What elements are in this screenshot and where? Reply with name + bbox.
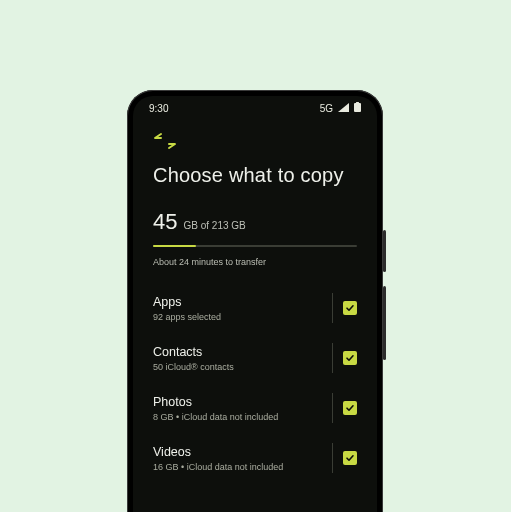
list-item-title: Contacts <box>153 345 234 359</box>
storage-progress-fill <box>153 245 196 247</box>
list-item[interactable]: Videos16 GB • iCloud data not included <box>153 433 357 483</box>
hw-button-bottom <box>383 286 386 360</box>
list-item-title: Photos <box>153 395 278 409</box>
phone-frame: 9:30 5G Choose what to copy 45 <box>127 90 383 512</box>
status-right: 5G <box>320 102 361 114</box>
list-item-title: Apps <box>153 295 221 309</box>
svg-rect-1 <box>356 102 359 104</box>
list-item-subtitle: 8 GB • iCloud data not included <box>153 412 278 422</box>
vertical-divider <box>332 393 333 423</box>
checkbox[interactable] <box>343 401 357 415</box>
storage-used-number: 45 <box>153 209 177 235</box>
storage-progress-track <box>153 245 357 247</box>
content: Choose what to copy 45 GB of 213 GB Abou… <box>133 120 377 483</box>
list-item-right <box>332 293 357 323</box>
list-item-right <box>332 343 357 373</box>
list-item[interactable]: Apps92 apps selected <box>153 283 357 333</box>
list-item-title: Videos <box>153 445 283 459</box>
storage-summary: 45 GB of 213 GB <box>153 209 357 235</box>
list-item[interactable]: Photos8 GB • iCloud data not included <box>153 383 357 433</box>
storage-total-label: GB of 213 GB <box>183 220 245 231</box>
checkbox[interactable] <box>343 351 357 365</box>
list-item[interactable]: Contacts50 iCloud® contacts <box>153 333 357 383</box>
list-item-right <box>332 443 357 473</box>
list-item-text: Videos16 GB • iCloud data not included <box>153 445 283 472</box>
signal-icon <box>338 103 349 114</box>
list-item-text: Apps92 apps selected <box>153 295 221 322</box>
page-title: Choose what to copy <box>153 164 357 187</box>
vertical-divider <box>332 343 333 373</box>
list-item-subtitle: 16 GB • iCloud data not included <box>153 462 283 472</box>
checkbox[interactable] <box>343 301 357 315</box>
list-item-text: Photos8 GB • iCloud data not included <box>153 395 278 422</box>
list-item-subtitle: 50 iCloud® contacts <box>153 362 234 372</box>
copy-item-list: Apps92 apps selectedContacts50 iCloud® c… <box>153 283 357 483</box>
vertical-divider <box>332 293 333 323</box>
screen: 9:30 5G Choose what to copy 45 <box>133 96 377 512</box>
vertical-divider <box>332 443 333 473</box>
list-item-text: Contacts50 iCloud® contacts <box>153 345 234 372</box>
list-item-right <box>332 393 357 423</box>
status-network-label: 5G <box>320 103 333 114</box>
svg-rect-0 <box>354 103 361 112</box>
status-bar: 9:30 5G <box>133 96 377 120</box>
battery-icon <box>354 102 361 114</box>
checkbox[interactable] <box>343 451 357 465</box>
status-time: 9:30 <box>149 103 168 114</box>
transfer-arrows-icon <box>153 132 357 150</box>
list-item-subtitle: 92 apps selected <box>153 312 221 322</box>
hw-button-top <box>383 230 386 272</box>
hw-buttons <box>383 230 386 360</box>
transfer-eta: About 24 minutes to transfer <box>153 257 357 267</box>
